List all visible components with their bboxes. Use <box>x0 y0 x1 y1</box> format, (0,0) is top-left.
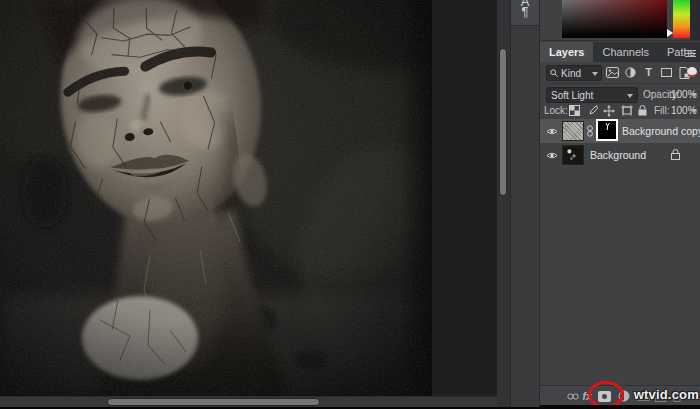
link-layers-button[interactable] <box>566 389 580 403</box>
layer-mask-thumbnail[interactable] <box>596 119 618 141</box>
paragraph-panel-icon[interactable]: ¶ <box>511 5 539 19</box>
lock-artboard-icon[interactable] <box>620 104 633 117</box>
lock-label: Lock: <box>544 105 568 116</box>
filter-pixel-layers-icon[interactable] <box>606 66 619 79</box>
chevron-down-icon <box>592 72 598 79</box>
vertical-scrollbar[interactable] <box>497 0 510 409</box>
color-panel-margin <box>690 0 700 40</box>
collapsed-panel-dock: A ¶ <box>510 0 540 409</box>
color-picker-gradient[interactable] <box>562 0 667 38</box>
horizontal-scrollbar[interactable] <box>0 396 497 407</box>
fill-chevron-icon[interactable] <box>691 109 697 116</box>
panel-dock: Layers Channels Paths Kind T <box>540 0 700 409</box>
filter-toggle-icon[interactable] <box>687 67 697 77</box>
layer-row-background-copy[interactable]: Background copy <box>540 119 700 143</box>
search-icon <box>550 69 558 77</box>
lock-row: Lock: Fill: 100% <box>540 104 700 119</box>
panel-menu-icon[interactable] <box>685 48 696 56</box>
blend-mode-dropdown[interactable]: Soft Light <box>546 87 638 103</box>
photoshop-window: A ¶ Layers Channels Paths Kind <box>0 0 700 409</box>
annotation-red-circle <box>588 381 624 408</box>
filter-type-layers-icon[interactable]: T <box>642 66 655 79</box>
layer-filter-row: Kind T <box>540 62 700 84</box>
filter-shape-layers-icon[interactable] <box>660 66 673 79</box>
visibility-eye-icon[interactable] <box>546 127 558 136</box>
lock-all-icon[interactable] <box>636 104 649 117</box>
lock-image-pixels-icon[interactable] <box>586 104 599 117</box>
layer-lock-icon <box>671 149 680 160</box>
chevron-down-icon <box>627 94 633 101</box>
layer-row-background[interactable]: Background <box>540 143 700 167</box>
vertical-scrollbar-thumb[interactable] <box>499 48 507 196</box>
layer-name: Background copy <box>622 125 700 137</box>
layer-thumbnail[interactable] <box>562 121 584 141</box>
horizontal-scrollbar-thumb[interactable] <box>107 398 320 406</box>
lock-transparent-pixels-icon[interactable] <box>568 104 581 117</box>
mask-link-icon[interactable] <box>586 125 594 137</box>
filter-adjustment-layers-icon[interactable] <box>624 66 637 79</box>
tab-channels[interactable]: Channels <box>593 42 657 62</box>
document-window <box>0 0 497 409</box>
collapsed-panel-tabs: A ¶ <box>511 0 539 26</box>
layer-name: Background <box>590 149 646 161</box>
opacity-chevron-icon[interactable] <box>691 93 697 100</box>
fill-label: Fill: <box>654 105 670 116</box>
portrait-artwork <box>0 0 432 397</box>
blend-row: Soft Light Opacity: 100% <box>540 84 700 104</box>
lock-position-icon[interactable] <box>602 104 615 117</box>
layer-thumbnail[interactable] <box>562 145 584 165</box>
watermark-text: wtvid.com <box>634 387 699 402</box>
layer-list: Background copy Background <box>540 119 700 385</box>
visibility-eye-icon[interactable] <box>546 151 558 160</box>
canvas-image[interactable] <box>0 0 432 397</box>
filter-kind-dropdown[interactable]: Kind <box>546 65 602 81</box>
layers-panel-tabs: Layers Channels Paths <box>540 42 700 62</box>
hue-slider[interactable] <box>673 0 690 38</box>
tab-layers[interactable]: Layers <box>540 42 593 62</box>
